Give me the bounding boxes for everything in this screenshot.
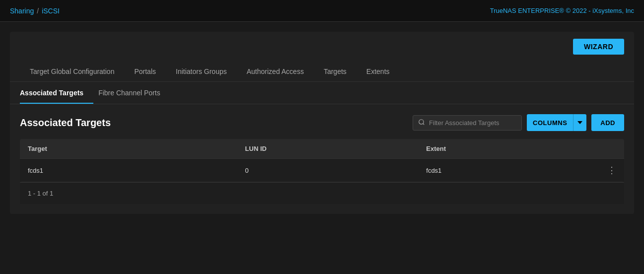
- data-table: Target LUN ID Extent fcds1 0 fcds1 ⋮: [20, 139, 624, 182]
- section: Associated Targets COLUMNS: [10, 104, 634, 214]
- pagination-row: 1 - 1 of 1: [20, 182, 624, 204]
- top-bar: Sharing / iSCSI TrueNAS ENTERPRISE® © 20…: [0, 0, 644, 22]
- svg-line-1: [423, 123, 425, 125]
- tab-initiators-groups[interactable]: Initiators Groups: [166, 62, 237, 81]
- section-title: Associated Targets: [20, 117, 111, 129]
- brand-info: TrueNAS ENTERPRISE® © 2022 - iXsystems, …: [490, 7, 634, 14]
- tab-target-global-configuration[interactable]: Target Global Configuration: [20, 62, 124, 81]
- section-controls: COLUMNS ADD: [413, 114, 624, 131]
- breadcrumb: Sharing / iSCSI: [10, 7, 60, 15]
- brand-link[interactable]: iXsystems, Inc: [592, 7, 634, 14]
- svg-marker-2: [577, 121, 582, 124]
- sub-tab-associated-targets[interactable]: Associated Targets: [20, 82, 93, 104]
- search-icon: [418, 119, 425, 127]
- table-row: fcds1 0 fcds1 ⋮: [20, 159, 624, 182]
- tab-targets[interactable]: Targets: [314, 62, 357, 81]
- breadcrumb-separator: /: [37, 7, 39, 15]
- wizard-row: WIZARD: [10, 32, 634, 62]
- search-box: [413, 115, 522, 131]
- tab-authorized-access[interactable]: Authorized Access: [237, 62, 314, 81]
- columns-button-label: COLUMNS: [527, 119, 573, 127]
- svg-point-0: [419, 119, 424, 124]
- sub-tab-fibre-channel-ports[interactable]: Fibre Channel Ports: [98, 82, 170, 104]
- column-header-action: [599, 139, 624, 159]
- cell-lun-id: 0: [237, 159, 419, 182]
- cell-action[interactable]: ⋮: [599, 159, 624, 182]
- table-header-row: Target LUN ID Extent: [20, 139, 624, 159]
- breadcrumb-iscsi[interactable]: iSCSI: [42, 7, 60, 15]
- wizard-button[interactable]: WIZARD: [573, 39, 624, 55]
- column-header-target: Target: [20, 139, 237, 159]
- add-button[interactable]: ADD: [591, 114, 624, 131]
- breadcrumb-sharing[interactable]: Sharing: [10, 7, 34, 15]
- sub-tabs: Associated Targets Fibre Channel Ports: [10, 82, 634, 104]
- columns-dropdown-arrow[interactable]: [573, 114, 586, 131]
- tab-extents[interactable]: Extents: [357, 62, 400, 81]
- column-header-extent: Extent: [418, 139, 599, 159]
- row-actions-icon[interactable]: ⋮: [607, 165, 616, 176]
- search-input[interactable]: [429, 119, 516, 127]
- column-header-lun-id: LUN ID: [237, 139, 419, 159]
- columns-button[interactable]: COLUMNS: [527, 114, 586, 131]
- nav-tabs: Target Global Configuration Portals Init…: [10, 62, 634, 82]
- cell-extent: fcds1: [418, 159, 599, 182]
- main-content: WIZARD Target Global Configuration Porta…: [10, 32, 634, 214]
- tab-portals[interactable]: Portals: [124, 62, 166, 81]
- brand-text: TrueNAS ENTERPRISE® © 2022 -: [490, 7, 593, 14]
- pagination-text: 1 - 1 of 1: [28, 190, 53, 197]
- cell-target: fcds1: [20, 159, 237, 182]
- section-header: Associated Targets COLUMNS: [20, 114, 624, 131]
